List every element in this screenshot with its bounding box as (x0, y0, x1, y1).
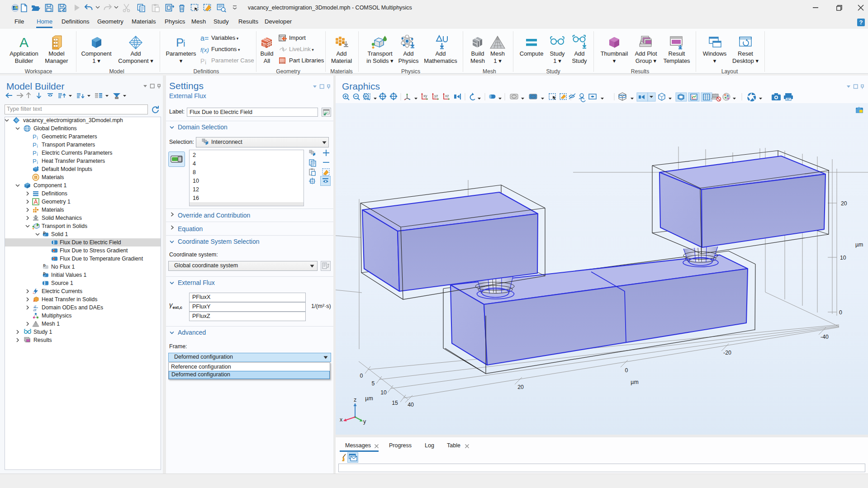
svg-text:xz: xz (445, 94, 449, 98)
svg-text:y: y (363, 418, 366, 425)
svg-text:A: A (19, 35, 28, 50)
svg-text:_: _ (35, 292, 38, 295)
svg-text:D: D (43, 272, 46, 275)
svg-text:D: D (43, 231, 46, 234)
svg-text:D: D (43, 264, 46, 267)
svg-text:P: P (33, 133, 37, 140)
svg-text:P: P (176, 36, 184, 49)
svg-text:0: 0 (625, 367, 628, 374)
svg-text:¡: ¡ (37, 143, 38, 148)
svg-text:40: 40 (408, 402, 414, 408)
svg-text:5: 5 (372, 380, 375, 387)
svg-text:f(x): f(x) (200, 47, 209, 53)
svg-text:dt: dt (33, 308, 37, 312)
svg-text:µm: µm (365, 395, 373, 402)
svg-text:+: + (33, 292, 34, 295)
svg-text:20: 20 (841, 200, 847, 207)
svg-text:P: P (33, 158, 37, 165)
svg-text:0: 0 (360, 373, 363, 379)
svg-text:15: 15 (392, 400, 398, 406)
svg-text:x: x (340, 417, 343, 423)
svg-text:i: i (183, 38, 185, 48)
svg-text:20: 20 (517, 384, 524, 390)
svg-text:P: P (33, 142, 37, 148)
svg-text:xy: xy (423, 94, 427, 98)
svg-text:P¡: P¡ (200, 57, 207, 65)
svg-text:-40: -40 (821, 334, 829, 340)
svg-text:yz: yz (434, 94, 438, 98)
svg-text:¡: ¡ (37, 159, 38, 164)
svg-text:µm: µm (855, 242, 863, 248)
svg-text:10: 10 (380, 389, 387, 396)
svg-text:¡: ¡ (37, 135, 38, 140)
svg-text:a=: a= (200, 34, 209, 42)
svg-text:z: z (354, 397, 356, 403)
svg-text:-20: -20 (723, 350, 731, 356)
svg-text:P: P (33, 150, 37, 156)
svg-text:¡: ¡ (37, 151, 38, 156)
svg-text:µm: µm (631, 379, 638, 385)
svg-text:10: 10 (840, 255, 846, 261)
svg-text:0: 0 (839, 309, 842, 316)
